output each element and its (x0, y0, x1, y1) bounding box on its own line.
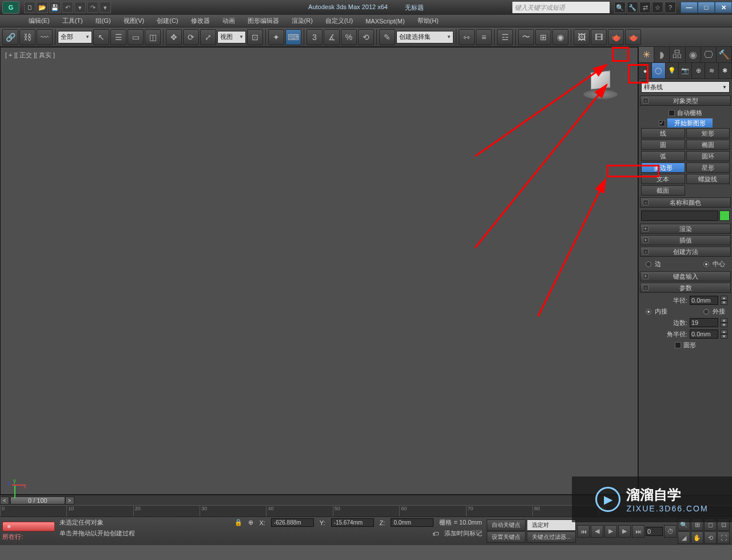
named-selection-dropdown[interactable]: 创建选择集 (396, 31, 453, 43)
create-category-dropdown[interactable]: 样条线 (641, 81, 730, 93)
goto-end-icon[interactable]: ⏭ (632, 525, 645, 538)
search-icon[interactable]: 🔍 (614, 2, 626, 13)
autokey-button[interactable]: 自动关键点 (487, 519, 526, 531)
edit-named-sel-icon[interactable]: ✎ (379, 29, 395, 45)
minimize-button[interactable]: — (681, 2, 698, 13)
maximize-button[interactable]: □ (698, 2, 715, 13)
menu-modifiers[interactable]: 修改器 (185, 15, 216, 26)
move-icon[interactable]: ✥ (166, 29, 182, 45)
angle-snap-icon[interactable]: ∡ (324, 29, 340, 45)
material-editor-icon[interactable]: ◉ (552, 29, 568, 45)
newshape-button[interactable]: 开始新图形 (667, 118, 713, 128)
pan-icon[interactable]: ✋ (691, 531, 703, 544)
radio-inscribed[interactable] (646, 309, 651, 315)
circular-checkbox[interactable] (675, 342, 681, 348)
sub-cameras-icon[interactable]: 📷 (679, 63, 692, 78)
rollout-rendering[interactable]: +渲染 (640, 224, 731, 234)
radio-edge[interactable] (646, 261, 651, 267)
bind-spacewarp-icon[interactable]: 〰 (37, 29, 53, 45)
favorite-icon[interactable]: ☆ (652, 2, 663, 13)
sub-spacewarps-icon[interactable]: ≋ (705, 63, 718, 78)
timeslider-next-icon[interactable]: > (65, 497, 74, 505)
link-icon[interactable]: 🔗 (2, 29, 18, 45)
refcoord-dropdown[interactable]: 视图 (217, 31, 246, 43)
close-button[interactable]: ✕ (715, 2, 732, 13)
autogrid-checkbox[interactable] (669, 110, 675, 116)
manipulate-icon[interactable]: ✦ (268, 29, 284, 45)
menu-create[interactable]: 创建(C) (151, 15, 184, 26)
btn-line[interactable]: 线 (641, 128, 685, 138)
viewcube[interactable] (580, 70, 620, 99)
btn-circle[interactable]: 圆 (641, 140, 685, 150)
radius-spinner[interactable]: 0.0mm (690, 296, 718, 305)
time-config-icon[interactable]: ⏱ (664, 525, 677, 538)
play-icon[interactable]: ▶ (604, 525, 617, 538)
select-object-icon[interactable]: ↖ (93, 29, 109, 45)
corner-spin-buttons[interactable]: ▲▼ (721, 329, 727, 339)
setkey-button[interactable]: 设置关键点 (487, 531, 526, 543)
radio-center[interactable] (703, 261, 709, 267)
coord-z-input[interactable]: 0.0mm (391, 518, 433, 527)
redo-drop-icon[interactable]: ▾ (100, 2, 111, 13)
coord-y-input[interactable]: -15.674mm (331, 518, 374, 527)
timeslider-prev-icon[interactable]: < (0, 497, 9, 505)
tab-modify-icon[interactable]: ◗ (654, 47, 670, 62)
rollout-creation-method[interactable]: -创建方法 (640, 247, 731, 257)
add-time-tag[interactable]: 添加时间标记 (444, 529, 482, 538)
radius-spin-buttons[interactable]: ▲▼ (721, 296, 727, 305)
current-frame-input[interactable]: 0 (646, 527, 663, 536)
sub-shapes-icon[interactable]: ◯ (652, 63, 665, 78)
menu-customize[interactable]: 自定义(U) (320, 15, 359, 26)
keyboard-shortcut-icon[interactable]: ⌨ (285, 29, 301, 45)
radio-circumscribed[interactable] (703, 309, 709, 315)
time-tag-icon[interactable]: 🏷 (432, 530, 439, 537)
tab-hierarchy-icon[interactable]: 品 (670, 47, 685, 62)
tab-create-icon[interactable]: ✳ (639, 47, 654, 62)
select-by-name-icon[interactable]: ☰ (110, 29, 126, 45)
select-region-rect-icon[interactable]: ▭ (128, 29, 144, 45)
menu-views[interactable]: 视图(V) (118, 15, 150, 26)
prev-frame-icon[interactable]: ◀ (591, 525, 603, 538)
coord-x-input[interactable]: -626.888m (271, 518, 314, 527)
rollout-interpolation[interactable]: +插值 (640, 235, 731, 245)
key-icon[interactable]: 🔧 (627, 2, 638, 13)
layers-icon[interactable]: ☲ (497, 29, 513, 45)
pivot-center-icon[interactable]: ⊡ (247, 29, 263, 45)
rotate-icon[interactable]: ⟳ (183, 29, 199, 45)
btn-helix[interactable]: 螺旋线 (686, 174, 730, 184)
object-color-swatch[interactable] (719, 211, 730, 221)
selection-filter-dropdown[interactable]: 全部 (58, 31, 92, 43)
new-icon[interactable]: 🗋 (24, 2, 35, 13)
btn-star[interactable]: 星形 (686, 162, 730, 173)
snap-toggle-icon[interactable]: 3 (307, 29, 323, 45)
render-icon[interactable]: 🫖 (625, 29, 641, 45)
maximize-viewport-icon[interactable]: ⛶ (717, 531, 730, 544)
sub-systems-icon[interactable]: ✱ (719, 63, 732, 78)
sides-spin-buttons[interactable]: ▲▼ (721, 318, 727, 327)
percent-snap-icon[interactable]: % (341, 29, 357, 45)
btn-section[interactable]: 截面 (641, 185, 685, 196)
viewport[interactable]: [ + ][ 正交 ][ 真实 ] y x z (0, 47, 638, 495)
render-frame-icon[interactable]: 🎞 (591, 29, 607, 45)
isolate-icon[interactable]: ⊕ (248, 519, 253, 526)
selected-obj-dropdown[interactable]: 选定对 (527, 519, 576, 531)
menu-rendering[interactable]: 渲染(R) (286, 15, 319, 26)
btn-donut[interactable]: 圆环 (686, 151, 730, 161)
undo-drop-icon[interactable]: ▾ (74, 2, 86, 13)
key-filters-button[interactable]: 关键点过滤器... (527, 531, 576, 543)
align-icon[interactable]: ≡ (476, 29, 492, 45)
sides-spinner[interactable]: 19 (690, 318, 718, 327)
rollout-object-type[interactable]: -对象类型 (640, 96, 731, 106)
tab-display-icon[interactable]: 🖵 (701, 47, 717, 62)
mirror-icon[interactable]: ⇿ (459, 29, 475, 45)
sub-helpers-icon[interactable]: ⊕ (692, 63, 705, 78)
lock-selection-icon[interactable]: 🔒 (234, 519, 242, 526)
viewport-label[interactable]: [ + ][ 正交 ][ 真实 ] (5, 51, 55, 59)
render-setup-icon[interactable]: 🖼 (574, 29, 590, 45)
goto-start-icon[interactable]: ⏮ (577, 525, 590, 538)
fov-icon[interactable]: ◢ (678, 531, 690, 544)
exchange-icon[interactable]: ⇄ (639, 2, 651, 13)
curve-editor-icon[interactable]: 〜 (518, 29, 534, 45)
spinner-snap-icon[interactable]: ⟲ (358, 29, 374, 45)
menu-tools[interactable]: 工具(T) (57, 15, 89, 26)
